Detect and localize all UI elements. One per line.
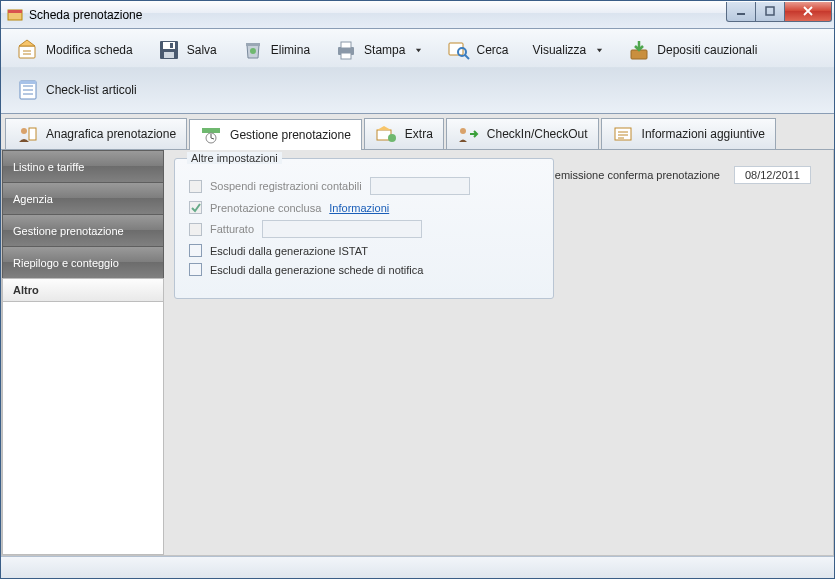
checkbox-notifica[interactable] (189, 263, 202, 276)
checklist-label: Check-list articoli (46, 83, 137, 97)
svg-point-19 (21, 128, 27, 134)
sidebar-active-label: Altro (13, 284, 39, 296)
view-button[interactable]: Visualizza (521, 38, 614, 62)
row-notifica: Escludi dalla generazione schede di noti… (189, 263, 539, 276)
save-label: Salva (187, 43, 217, 57)
toolbar-area: Modifica scheda Salva Elimina Stampa (1, 29, 834, 114)
checkbox-conclusa (189, 201, 202, 214)
tabs: Anagrafica prenotazione Gestione prenota… (1, 114, 834, 150)
deposit-icon (627, 38, 651, 62)
delete-button[interactable]: Elimina (230, 33, 321, 67)
edit-card-icon (16, 38, 40, 62)
checkbox-sospendi (189, 180, 202, 193)
print-button[interactable]: Stampa (323, 33, 433, 67)
svg-rect-8 (170, 43, 173, 48)
svg-rect-9 (246, 43, 260, 46)
tab-gestione[interactable]: Gestione prenotazione (189, 119, 362, 150)
field-sospendi (370, 177, 470, 195)
label-sospendi: Sospendi registrazioni contabili (210, 180, 362, 192)
checkbox-fatturato (189, 223, 202, 236)
svg-point-25 (460, 128, 466, 134)
tab-label: CheckIn/CheckOut (487, 127, 588, 141)
tab-label: Gestione prenotazione (230, 128, 351, 142)
svg-rect-2 (737, 13, 745, 15)
svg-point-10 (250, 48, 256, 54)
tab-anagrafica[interactable]: Anagrafica prenotazione (5, 118, 187, 149)
tab-label: Informazioni aggiuntive (642, 127, 765, 141)
tab-checkin[interactable]: CheckIn/CheckOut (446, 118, 599, 149)
maximize-button[interactable] (755, 2, 785, 22)
modify-card-label: Modifica scheda (46, 43, 133, 57)
close-button[interactable] (784, 2, 832, 22)
deposits-button[interactable]: Depositi cauzionali (616, 33, 768, 67)
label-istat: Escludi dalla generazione ISTAT (210, 245, 368, 257)
chevron-down-icon (596, 47, 603, 54)
checklist-button[interactable]: Check-list articoli (5, 73, 148, 107)
svg-rect-1 (8, 10, 22, 13)
group-legend: Altre impostazioni (187, 152, 282, 164)
sidebar-item-listino[interactable]: Listino e tariffe (2, 150, 164, 182)
tab-label: Anagrafica prenotazione (46, 127, 176, 141)
info-icon (612, 125, 634, 143)
svg-rect-6 (163, 42, 175, 49)
modify-card-button[interactable]: Modifica scheda (5, 33, 144, 67)
extra-icon (375, 125, 397, 143)
row-sospendi: Sospendi registrazioni contabili (189, 177, 539, 195)
svg-rect-3 (766, 7, 774, 15)
person-icon (16, 125, 38, 143)
sidebar-item-label: Gestione prenotazione (13, 225, 124, 237)
other-settings-group: Altre impostazioni Sospendi registrazion… (174, 158, 554, 299)
label-conclusa: Prenotazione conclusa (210, 202, 321, 214)
emission-date-field[interactable]: 08/12/2011 (734, 166, 811, 184)
row-conclusa: Prenotazione conclusa Informazioni (189, 201, 539, 214)
svg-rect-12 (341, 42, 351, 48)
window-title: Scheda prenotazione (29, 8, 727, 22)
app-icon (7, 7, 23, 23)
chevron-down-icon (415, 47, 422, 54)
svg-rect-13 (341, 53, 351, 59)
sidebar-item-gestione[interactable]: Gestione prenotazione (2, 214, 164, 246)
search-icon (446, 38, 470, 62)
svg-rect-20 (29, 128, 36, 140)
sidebar-item-label: Listino e tariffe (13, 161, 84, 173)
tab-info[interactable]: Informazioni aggiuntive (601, 118, 776, 149)
svg-rect-4 (19, 46, 35, 58)
sidebar-fill (2, 302, 164, 555)
statusbar (1, 556, 834, 578)
deposits-label: Depositi cauzionali (657, 43, 757, 57)
checkbox-istat[interactable] (189, 244, 202, 257)
svg-rect-21 (202, 128, 220, 133)
checklist-icon (16, 78, 40, 102)
svg-rect-18 (20, 81, 36, 84)
main-panel: Data emissione conferma prenotazione 08/… (164, 150, 833, 555)
sidebar-item-label: Riepilogo e conteggio (13, 257, 119, 269)
svg-rect-7 (164, 52, 174, 58)
info-link[interactable]: Informazioni (329, 202, 389, 214)
delete-label: Elimina (271, 43, 310, 57)
field-fatturato (262, 220, 422, 238)
search-label: Cerca (476, 43, 508, 57)
label-notifica: Escludi dalla generazione schede di noti… (210, 264, 423, 276)
row-fatturato: Fatturato (189, 220, 539, 238)
printer-icon (334, 38, 358, 62)
view-label: Visualizza (532, 43, 586, 57)
print-label: Stampa (364, 43, 405, 57)
svg-point-24 (388, 134, 396, 142)
search-button[interactable]: Cerca (435, 33, 519, 67)
sidebar-item-riepilogo[interactable]: Riepilogo e conteggio (2, 246, 164, 278)
sidebar-item-agenzia[interactable]: Agenzia (2, 182, 164, 214)
tab-label: Extra (405, 127, 433, 141)
titlebar: Scheda prenotazione (1, 1, 834, 29)
trash-icon (241, 38, 265, 62)
label-fatturato: Fatturato (210, 223, 254, 235)
sidebar-active-section[interactable]: Altro (2, 278, 164, 302)
minimize-button[interactable] (726, 2, 756, 22)
emission-date-label: Data emissione conferma prenotazione (529, 169, 720, 181)
emission-date-group: Data emissione conferma prenotazione 08/… (529, 166, 811, 184)
window-buttons (727, 2, 832, 22)
checkin-icon (457, 125, 479, 143)
save-icon (157, 38, 181, 62)
save-button[interactable]: Salva (146, 33, 228, 67)
tab-extra[interactable]: Extra (364, 118, 444, 149)
management-icon (200, 126, 222, 144)
